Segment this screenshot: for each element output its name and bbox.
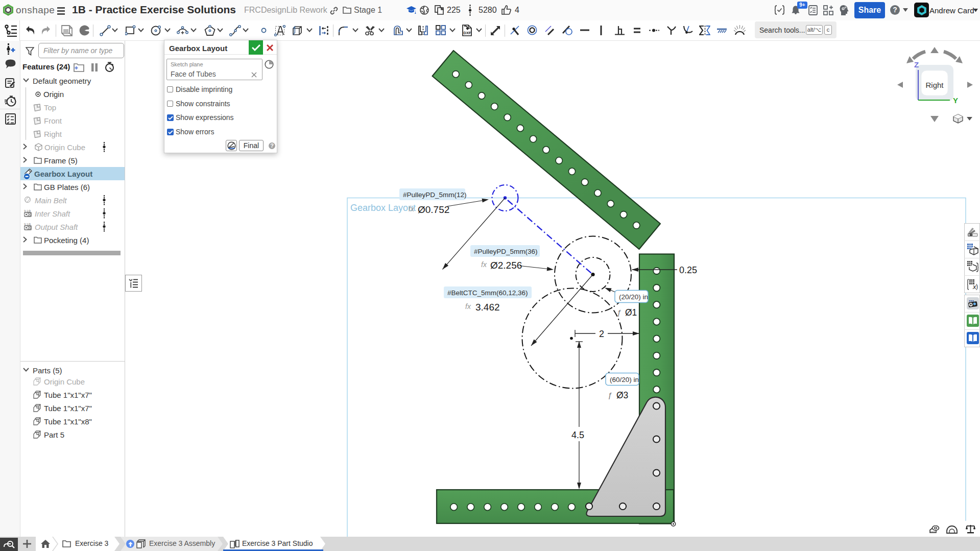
svg-text:Z: Z: [914, 60, 919, 69]
svg-text:fx: fx: [481, 260, 487, 269]
svg-text:Ø2.256: Ø2.256: [490, 260, 522, 271]
svg-text:fx: fx: [409, 205, 415, 213]
svg-text:#PulleyPD_5mm(36): #PulleyPD_5mm(36): [474, 248, 538, 255]
svg-text:Ø1: Ø1: [625, 307, 637, 318]
svg-text:(20/20) in: (20/20) in: [619, 293, 648, 301]
svg-text:4.5: 4.5: [571, 430, 584, 440]
svg-text:#BeltCTC_5mm(60,12,36): #BeltCTC_5mm(60,12,36): [447, 289, 528, 297]
svg-text:): ): [976, 283, 978, 290]
svg-text:ƒ: ƒ: [608, 391, 612, 399]
svg-text:2: 2: [599, 329, 604, 339]
svg-text:Right: Right: [925, 81, 944, 89]
svg-text:Ø0.752: Ø0.752: [418, 204, 449, 215]
svg-text:ƒ: ƒ: [617, 308, 621, 317]
svg-text:0.25: 0.25: [679, 265, 697, 275]
svg-text:Gearbox Layout: Gearbox Layout: [350, 203, 416, 213]
svg-text:#PulleyPD_5mm(12): #PulleyPD_5mm(12): [403, 191, 467, 199]
svg-text:fx: fx: [465, 302, 471, 310]
svg-text:Y: Y: [953, 96, 958, 105]
svg-text:Ø3: Ø3: [616, 390, 628, 400]
svg-text:DXF: DXF: [464, 31, 471, 35]
svg-text:(60/20) in: (60/20) in: [610, 376, 639, 384]
svg-text:3.462: 3.462: [475, 302, 500, 313]
